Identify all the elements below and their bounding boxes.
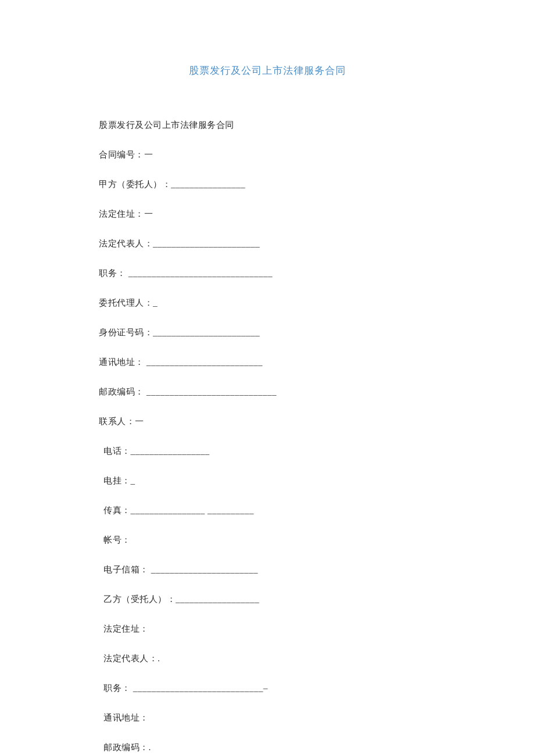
party-a-agent-label: 委托代理人： [99,298,153,307]
party-a-id-no-label: 身份证号码： [99,328,153,337]
email-label: 电子信箱： [104,565,149,574]
party-b-post-code-value: . [149,743,151,752]
telegraph-label: 电挂： [104,476,131,485]
party-a-address-label: 法定住址： [99,209,144,218]
party-a-position-label: 职务： [99,268,126,278]
party-a-contact-label: 联系人： [99,417,135,426]
phone-label: 电话： [104,446,131,456]
account-label: 帐号： [104,535,131,544]
indented-section: 电话：_________________ 电挂：_ 传真：___________… [99,445,436,754]
party-a-post-code-value: ____________________________ [144,387,277,396]
subtitle: 股票发行及公司上市法律服务合同 [99,119,436,131]
contract-no-label: 合同编号： [99,150,144,159]
party-b-address-field: 法定住址： [104,623,436,635]
subtitle-text: 股票发行及公司上市法律服务合同 [99,120,234,130]
party-a-mail-addr-label: 通讯地址： [99,357,144,367]
fax-field: 传真：________________ __________ [104,504,436,517]
party-b-position-value: ____________________________– [131,683,268,693]
party-b-legal-rep-label: 法定代表人： [104,654,158,663]
party-b-trustee-label: 乙方（受托人）： [104,594,176,604]
contract-no-value: 一 [144,150,154,159]
party-a-principal-value: ________________ [171,180,245,189]
party-a-legal-rep-label: 法定代表人： [99,239,153,248]
party-b-mail-addr-label: 通讯地址： [104,713,149,722]
party-a-contact-value: 一 [135,417,144,426]
party-a-mail-addr-value: _________________________ [144,357,263,367]
telegraph-field: 电挂：_ [104,475,436,487]
telegraph-value: _ [131,476,135,485]
party-b-legal-rep-field: 法定代表人：. [104,653,436,665]
party-a-id-no-field: 身份证号码：_______________________ [99,327,436,339]
party-b-mail-addr-field: 通讯地址： [104,712,436,724]
party-a-address-value: 一 [144,209,154,218]
party-a-agent-value: _ [153,298,158,307]
party-b-address-label: 法定住址： [104,624,149,633]
party-b-position-label: 职务： [104,683,131,693]
party-a-principal-field: 甲方（委托人）：________________ [99,178,436,191]
party-a-post-code-field: 邮政编码： ____________________________ [99,386,436,398]
document-title: 股票发行及公司上市法律服务合同 [99,64,436,77]
fax-label: 传真： [104,506,131,515]
party-b-position-field: 职务： ____________________________– [104,682,436,694]
party-a-mail-addr-field: 通讯地址： _________________________ [99,356,436,368]
party-a-id-no-value: _______________________ [153,328,260,337]
email-field: 电子信箱： _______________________ [104,564,436,576]
party-b-post-code-label: 邮政编码： [104,743,149,752]
contract-no-field: 合同编号：一 [99,149,436,161]
party-a-principal-label: 甲方（委托人）： [99,180,171,189]
party-a-agent-field: 委托代理人：_ [99,297,436,309]
party-a-legal-rep-value: _______________________ [153,239,260,248]
party-a-post-code-label: 邮政编码： [99,387,144,396]
fax-value: ________________ __________ [131,506,254,515]
party-b-trustee-value: __________________ [176,594,259,604]
phone-value: _________________ [131,446,210,456]
email-value: _______________________ [149,565,258,574]
party-b-trustee-field: 乙方（受托人）：__________________ [104,593,436,605]
party-a-position-value: _______________________________ [126,268,273,278]
document-page: 股票发行及公司上市法律服务合同 股票发行及公司上市法律服务合同 合同编号：一 甲… [0,0,535,756]
party-b-post-code-field: 邮政编码：. [104,741,436,754]
party-a-position-field: 职务： _______________________________ [99,267,436,280]
party-a-address-field: 法定住址：一 [99,208,436,220]
party-a-legal-rep-field: 法定代表人：_______________________ [99,238,436,250]
phone-field: 电话：_________________ [104,445,436,457]
party-a-contact-field: 联系人：一 [99,415,436,428]
party-b-legal-rep-value: . [158,654,160,663]
account-field: 帐号： [104,534,436,546]
